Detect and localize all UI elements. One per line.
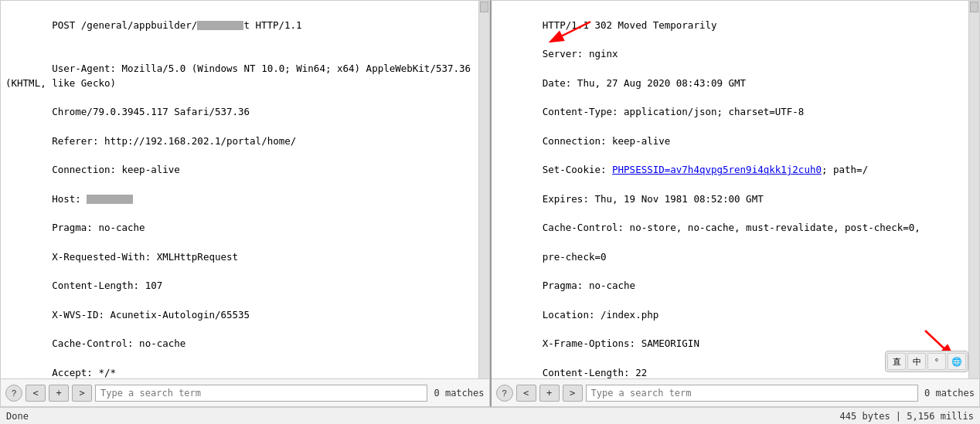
left-pane-content: POST /general/appbuilder/t HTTP/1.1 User… <box>1 1 478 378</box>
response-xframe: X-Frame-Options: SAMEORIGIN <box>543 338 699 349</box>
header-xrw: X-Requested-With: XMLHttpRequest <box>52 251 238 263</box>
blurred-url <box>197 21 243 30</box>
header-host: Host: <box>52 193 81 205</box>
right-pane-content: HTTP/1.1 302 Moved Temporarily Server: n… <box>492 1 969 378</box>
float-btn-3[interactable]: ° <box>927 353 946 370</box>
header-referer: Referer: http://192.168.202.1/portal/hom… <box>52 135 296 147</box>
header-content-length: Content-Length: 107 <box>52 280 162 291</box>
response-pragma: Pragma: no-cache <box>543 280 635 291</box>
response-pre-check: pre-check=0 <box>543 251 607 263</box>
left-next-button[interactable]: > <box>72 385 92 402</box>
header-accept: Accept: */* <box>52 367 116 378</box>
left-pane: POST /general/appbuilder/t HTTP/1.1 User… <box>0 0 490 407</box>
response-set-cookie-prefix: Set-Cookie: <box>543 164 612 175</box>
right-prev-button[interactable]: < <box>516 385 536 402</box>
blurred-host <box>87 195 133 204</box>
response-cookie-link[interactable]: PHPSESSID=av7h4qvpg5ren9i4qkk1j2cuh0 <box>612 164 822 175</box>
status-left: Done <box>6 411 29 422</box>
right-add-button[interactable]: + <box>539 385 560 402</box>
response-server: Server: nginx <box>543 48 618 59</box>
right-toolbar: ? < + > 0 matches <box>492 378 980 406</box>
response-status-line: HTTP/1.1 302 Moved Temporarily <box>543 19 717 31</box>
right-scrollbar[interactable] <box>968 1 979 378</box>
header-user-agent: User-Agent: Mozilla/5.0 (Windows NT 10.0… <box>5 63 477 89</box>
right-next-button[interactable]: > <box>563 385 583 402</box>
header-xwvs: X-WVS-ID: Acunetix-Autologin/65535 <box>52 309 250 321</box>
status-bar: Done 445 bytes | 5,156 millis <box>0 407 980 424</box>
response-content-type: Content-Type: application/json; charset=… <box>543 106 805 117</box>
header-pragma: Pragma: no-cache <box>52 222 145 233</box>
header-cache: Cache-Control: no-cache <box>52 338 185 349</box>
response-location: Location: /index.php <box>543 309 659 321</box>
left-prev-button[interactable]: < <box>26 385 46 402</box>
response-cookie-suffix: ; path=/ <box>822 164 868 175</box>
left-scrollbar[interactable] <box>478 1 489 378</box>
left-add-button[interactable]: + <box>49 385 69 402</box>
response-connection: Connection: keep-alive <box>543 135 671 147</box>
response-expires: Expires: Thu, 19 Nov 1981 08:52:00 GMT <box>543 193 764 205</box>
header-chrome: Chrome/79.0.3945.117 Safari/537.36 <box>52 106 250 117</box>
floating-toolbar: 直 中 ° 🌐 <box>885 351 968 372</box>
left-toolbar: ? < + > 0 matches <box>1 378 489 406</box>
left-search-input[interactable] <box>95 385 427 402</box>
right-help-button[interactable]: ? <box>496 385 513 402</box>
right-search-input[interactable] <box>586 385 918 402</box>
request-line: POST /general/appbuilder/t HTTP/1.1 <box>52 19 301 31</box>
right-matches-label: 0 matches <box>924 388 975 399</box>
status-right: 445 bytes | 5,156 millis <box>840 411 974 422</box>
float-btn-4[interactable]: 🌐 <box>948 353 966 370</box>
float-btn-1[interactable]: 直 <box>887 353 906 370</box>
left-matches-label: 0 matches <box>434 388 484 399</box>
response-date: Date: Thu, 27 Aug 2020 08:43:09 GMT <box>543 77 746 89</box>
right-pane: HTTP/1.1 302 Moved Temporarily Server: n… <box>490 0 981 407</box>
float-btn-2[interactable]: 中 <box>907 353 926 370</box>
header-connection: Connection: keep-alive <box>52 164 180 175</box>
response-content-length: Content-Length: 22 <box>543 367 647 378</box>
left-help-button[interactable]: ? <box>5 385 22 402</box>
response-cache-control: Cache-Control: no-store, no-cache, must-… <box>543 222 920 233</box>
